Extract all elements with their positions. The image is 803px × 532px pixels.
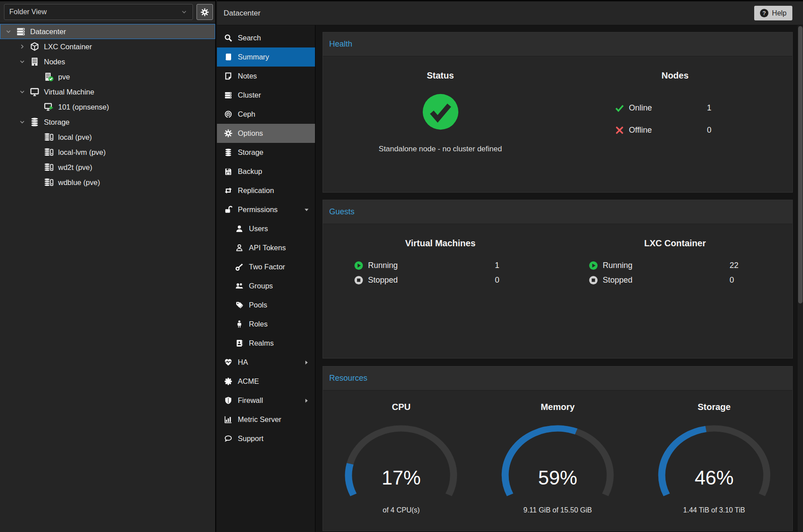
tree-item-pve[interactable]: pve bbox=[0, 69, 215, 84]
storage-icon bbox=[29, 117, 40, 127]
tree-settings-button[interactable] bbox=[197, 4, 213, 20]
lxc-running-row: Running 22 bbox=[589, 258, 762, 273]
chevron-right-icon[interactable] bbox=[19, 43, 29, 50]
view-mode-select[interactable]: Folder View bbox=[4, 4, 193, 20]
menu-item-label: ACME bbox=[238, 377, 259, 386]
tree-item-label: wd2t (pve) bbox=[58, 163, 92, 172]
health-panel-header: Health bbox=[323, 32, 792, 56]
resources-panel-header: Resources bbox=[323, 366, 792, 390]
tree-item-wdblue-pve[interactable]: wdblue (pve) bbox=[0, 175, 215, 190]
status-column: Status Standalone node - no cluster defi… bbox=[323, 56, 558, 154]
vm-stopped-label: Stopped bbox=[368, 276, 398, 285]
chevron-down-icon[interactable] bbox=[5, 28, 16, 35]
menu-item-label: Roles bbox=[249, 320, 268, 328]
menu-item-label: Firewall bbox=[238, 396, 263, 405]
menu-item-two-factor[interactable]: Two Factor bbox=[217, 257, 315, 276]
tree-item-local-lvm-pve[interactable]: local-lvm (pve) bbox=[0, 145, 215, 160]
tree-item-label: Nodes bbox=[44, 58, 65, 66]
tree-item-label: wdblue (pve) bbox=[58, 178, 100, 187]
view-mode-label: Folder View bbox=[9, 8, 47, 16]
tree-item-local-pve[interactable]: local (pve) bbox=[0, 130, 215, 145]
play-circle-icon bbox=[589, 261, 598, 270]
chevron-down-icon[interactable] bbox=[19, 58, 29, 65]
menu-item-storage[interactable]: Storage bbox=[217, 143, 315, 162]
menu-item-permissions[interactable]: Permissions bbox=[217, 200, 315, 219]
menu-item-api-tokens[interactable]: API Tokens bbox=[217, 238, 315, 257]
lxc-stopped-row: Stopped 0 bbox=[589, 273, 762, 288]
menu-item-label: HA bbox=[238, 358, 248, 366]
tree-item-virtual-machine[interactable]: Virtual Machine bbox=[0, 84, 215, 99]
menu-item-label: Backup bbox=[238, 167, 262, 176]
tree-item-storage[interactable]: Storage bbox=[0, 114, 215, 130]
vm-running-value: 1 bbox=[495, 261, 527, 270]
menu-item-backup[interactable]: Backup bbox=[217, 162, 315, 181]
tree-indent-spacer bbox=[33, 134, 43, 141]
resource-tree-panel: Folder View DatacenterLXC ContainerNodes… bbox=[0, 0, 216, 532]
stop-circle-icon bbox=[589, 276, 598, 285]
online-value: 1 bbox=[707, 103, 736, 113]
tree-item-101-opnsense[interactable]: 101 (opnsense) bbox=[0, 99, 215, 114]
gauge-arc: 17% bbox=[335, 424, 467, 500]
section-menu: SearchSummaryNotesClusterCephOptionsStor… bbox=[217, 25, 315, 532]
chevron-down-icon[interactable] bbox=[19, 118, 29, 126]
building-icon bbox=[29, 57, 40, 67]
menu-item-firewall[interactable]: Firewall bbox=[217, 391, 315, 410]
menu-item-label: Two Factor bbox=[249, 263, 285, 271]
scrollbar-thumb[interactable] bbox=[798, 26, 803, 303]
menu-item-support[interactable]: Support bbox=[217, 429, 315, 448]
note-icon bbox=[224, 72, 232, 80]
menu-item-metric-server[interactable]: Metric Server bbox=[217, 410, 315, 429]
menu-item-users[interactable]: Users bbox=[217, 219, 315, 238]
storage-drive-icon bbox=[43, 147, 54, 157]
chevron-down-icon[interactable] bbox=[19, 88, 29, 95]
resources-panel-title: Resources bbox=[329, 374, 367, 383]
menu-item-ha[interactable]: HA bbox=[217, 353, 315, 372]
menu-item-roles[interactable]: Roles bbox=[217, 315, 315, 334]
help-button[interactable]: ? Help bbox=[754, 6, 792, 20]
tree-item-datacenter[interactable]: Datacenter bbox=[0, 24, 215, 39]
menu-item-replication[interactable]: Replication bbox=[217, 181, 315, 200]
guests-panel-title: Guests bbox=[329, 207, 354, 217]
guests-panel-body: Virtual Machines Running 1 Stopped 0 bbox=[323, 224, 792, 288]
card-header: Datacenter ? Help bbox=[217, 0, 803, 25]
menu-item-label: Users bbox=[249, 225, 268, 233]
menu-item-cluster[interactable]: Cluster bbox=[217, 86, 315, 105]
tree-indent-spacer bbox=[33, 149, 43, 156]
offline-label: Offline bbox=[629, 126, 652, 135]
menu-item-notes[interactable]: Notes bbox=[217, 67, 315, 86]
menu-item-options[interactable]: Options bbox=[217, 124, 315, 143]
tags-icon bbox=[235, 301, 244, 309]
menu-item-search[interactable]: Search bbox=[217, 28, 315, 47]
tree-item-nodes[interactable]: Nodes bbox=[0, 54, 215, 69]
tree-item-label: Datacenter bbox=[30, 28, 66, 36]
tree-item-lxc-container[interactable]: LXC Container bbox=[0, 39, 215, 54]
menu-item-ceph[interactable]: Ceph bbox=[217, 105, 315, 124]
health-panel-body: Status Standalone node - no cluster defi… bbox=[323, 56, 792, 154]
menu-item-acme[interactable]: ACME bbox=[217, 372, 315, 391]
menu-item-label: Permissions bbox=[238, 205, 278, 214]
content-area: Health Status Standalone node - no clust… bbox=[316, 25, 803, 532]
vm-stopped-row: Stopped 0 bbox=[354, 273, 527, 288]
status-ok-indicator bbox=[323, 93, 558, 132]
menu-item-pools[interactable]: Pools bbox=[217, 296, 315, 315]
tree-item-wd2t-pve[interactable]: wd2t (pve) bbox=[0, 160, 215, 175]
vertical-scrollbar[interactable] bbox=[798, 25, 803, 532]
node-online-icon bbox=[43, 72, 54, 82]
main-card: Datacenter ? Help SearchSummaryNotesClus… bbox=[217, 0, 803, 532]
gauge-caption: 1.44 TiB of 3.10 TiB bbox=[636, 506, 792, 514]
page-title: Datacenter bbox=[224, 9, 260, 18]
lxc-heading: LXC Container bbox=[558, 238, 792, 248]
menu-item-label: Metric Server bbox=[238, 415, 281, 424]
menu-item-realms[interactable]: Realms bbox=[217, 334, 315, 353]
gear-icon bbox=[224, 129, 232, 138]
nodes-table: Online 1 Offline 0 bbox=[615, 97, 736, 141]
menu-item-groups[interactable]: Groups bbox=[217, 276, 315, 296]
menu-item-label: Storage bbox=[238, 148, 264, 157]
gauge-percent-value: 59% bbox=[492, 468, 623, 488]
menu-item-label: Ceph bbox=[238, 110, 255, 118]
menu-item-label: API Tokens bbox=[249, 244, 286, 252]
menu-item-summary[interactable]: Summary bbox=[217, 47, 315, 67]
vm-stopped-value: 0 bbox=[495, 276, 527, 285]
question-icon: ? bbox=[760, 9, 768, 17]
caret-down-icon bbox=[303, 207, 310, 213]
